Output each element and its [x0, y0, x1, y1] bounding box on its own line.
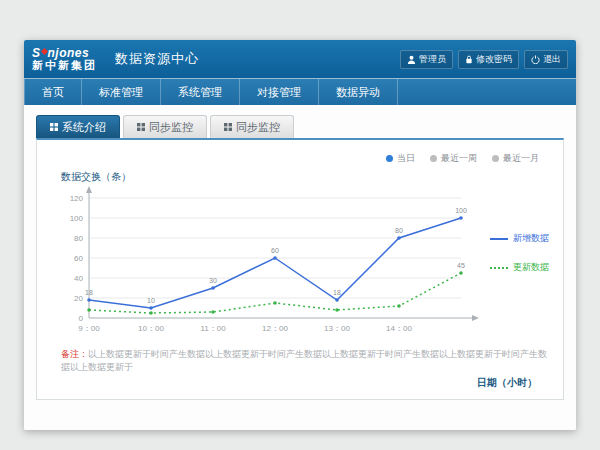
series-legend: 新增数据 更新数据 — [490, 232, 549, 274]
legend-update-data[interactable]: 更新数据 — [490, 261, 549, 274]
svg-text:20: 20 — [74, 294, 83, 303]
time-filter-legend: 当日 最近一周 最近一月 — [386, 152, 539, 165]
svg-text:13：00: 13：00 — [324, 324, 350, 333]
nav-item-standard-mgmt[interactable]: 标准管理 — [82, 79, 161, 105]
svg-text:11：00: 11：00 — [200, 324, 226, 333]
grid-icon — [137, 123, 145, 131]
app-header: Snjones 新中新集团 数据资源中心 管理员 修改密码 退出 — [24, 40, 576, 78]
series-label: 新增数据 — [513, 232, 549, 245]
svg-text:40: 40 — [74, 274, 83, 283]
tab-sync-monitor-2[interactable]: 同步监控 — [210, 115, 294, 138]
svg-text:30: 30 — [209, 277, 217, 284]
svg-text:18: 18 — [333, 289, 341, 296]
svg-text:12：00: 12：00 — [262, 324, 288, 333]
svg-text:80: 80 — [395, 227, 403, 234]
user-icon — [407, 55, 416, 64]
svg-text:45: 45 — [457, 262, 465, 269]
tab-system-intro[interactable]: 系统介绍 — [36, 115, 120, 138]
admin-user-button[interactable]: 管理员 — [400, 50, 453, 69]
footnote: 备注：以上数据更新于时间产生数据以上数据更新于时间产生数据以上数据更新于时间产生… — [61, 348, 547, 373]
footnote-label: 备注： — [61, 349, 88, 359]
svg-text:80: 80 — [74, 234, 83, 243]
line-chart-svg: 0204060801001209：0010：0011：0012：0013：001… — [55, 184, 507, 342]
series-line-sample — [490, 238, 508, 240]
filter-dot — [386, 155, 393, 162]
company-logo: Snjones 新中新集团 — [32, 47, 97, 71]
svg-text:9：00: 9：00 — [78, 324, 100, 333]
x-axis-title: 日期（小时） — [477, 376, 537, 390]
svg-text:60: 60 — [271, 247, 279, 254]
svg-text:100: 100 — [70, 214, 84, 223]
nav-item-connect-mgmt[interactable]: 对接管理 — [240, 79, 319, 105]
footnote-text: 以上数据更新于时间产生数据以上数据更新于时间产生数据以上数据更新于时间产生数据以… — [61, 349, 547, 372]
grid-icon — [50, 123, 58, 131]
svg-text:0: 0 — [79, 314, 84, 323]
svg-text:60: 60 — [74, 254, 83, 263]
nav-item-system-mgmt[interactable]: 系统管理 — [161, 79, 240, 105]
filter-last-month[interactable]: 最近一月 — [492, 152, 539, 165]
chart-panel: 当日 最近一周 最近一月 数据交换（条） 0204060801001209：00… — [36, 138, 564, 400]
tab-strip: 系统介绍 同步监控 同步监控 — [36, 115, 564, 138]
main-nav: 首页 标准管理 系统管理 对接管理 数据异动 — [24, 78, 576, 105]
page-title: 数据资源中心 — [115, 50, 199, 68]
header-actions: 管理员 修改密码 退出 — [400, 50, 568, 69]
y-axis-title: 数据交换（条） — [61, 170, 131, 184]
line-chart: 0204060801001209：0010：0011：0012：0013：001… — [55, 184, 507, 346]
svg-text:100: 100 — [455, 207, 467, 214]
filter-dot — [430, 155, 437, 162]
nav-item-data-change[interactable]: 数据异动 — [319, 79, 398, 105]
filter-today[interactable]: 当日 — [386, 152, 415, 165]
svg-text:14：00: 14：00 — [386, 324, 412, 333]
grid-icon — [224, 123, 232, 131]
svg-text:10：00: 10：00 — [138, 324, 164, 333]
svg-text:120: 120 — [70, 194, 84, 203]
series-label: 更新数据 — [513, 261, 549, 274]
power-icon — [531, 55, 540, 64]
svg-text:18: 18 — [85, 289, 93, 296]
legend-new-data[interactable]: 新增数据 — [490, 232, 549, 245]
main-content: 系统介绍 同步监控 同步监控 当日 最近一周 — [24, 105, 576, 430]
app-window: Snjones 新中新集团 数据资源中心 管理员 修改密码 退出 首页 标准管理… — [24, 40, 576, 430]
svg-text:10: 10 — [147, 297, 155, 304]
lock-icon — [465, 55, 473, 64]
filter-dot — [492, 155, 499, 162]
filter-last-week[interactable]: 最近一周 — [430, 152, 477, 165]
logo-text: Snjones — [32, 47, 97, 60]
change-password-button[interactable]: 修改密码 — [458, 50, 519, 69]
nav-item-home[interactable]: 首页 — [24, 79, 82, 105]
tab-sync-monitor-1[interactable]: 同步监控 — [123, 115, 207, 138]
logo-star-icon — [40, 48, 47, 55]
series-line-sample — [490, 267, 508, 269]
logo-subtext: 新中新集团 — [32, 60, 97, 72]
logout-button[interactable]: 退出 — [524, 50, 568, 69]
